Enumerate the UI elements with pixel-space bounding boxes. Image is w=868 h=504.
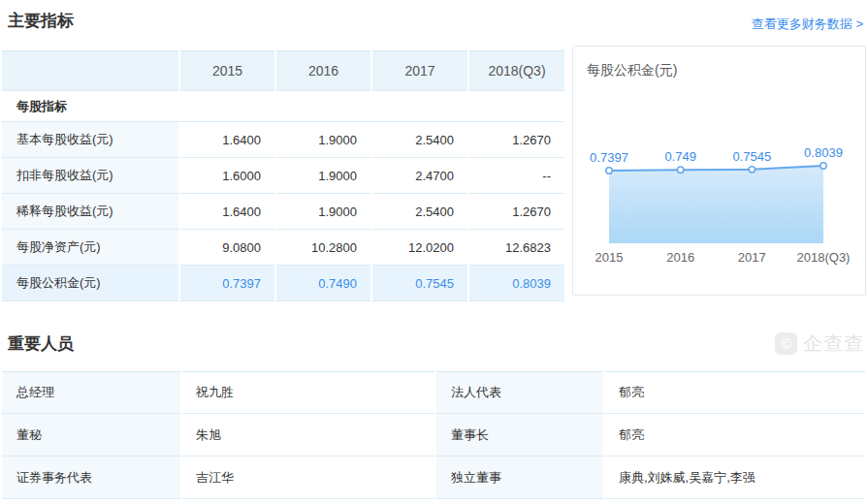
year-header: 2016 bbox=[276, 50, 370, 91]
personnel-table: 总经理祝九胜法人代表郁亮董秘朱旭董事长郁亮证券事务代表吉江华独立董事康典,刘姝威… bbox=[0, 371, 867, 499]
indicator-value-cell[interactable]: 0.7397 bbox=[180, 266, 274, 301]
indicators-table-body: 每股指标基本每股收益(元)1.64001.90002.54001.2670扣非每… bbox=[2, 91, 564, 301]
indicator-value-cell[interactable]: 1.2670 bbox=[469, 122, 564, 158]
indicator-value-cell[interactable]: 1.2670 bbox=[469, 194, 564, 230]
premium-reserve-chart: 0.739720150.74920160.754520170.80392018(… bbox=[573, 47, 867, 297]
indicator-value-cell[interactable]: -- bbox=[469, 158, 564, 194]
indicator-value-cell[interactable]: 12.0200 bbox=[372, 230, 467, 266]
indicator-value-cell[interactable]: 10.2800 bbox=[276, 230, 370, 266]
qichacha-watermark-text: 企查查 bbox=[803, 331, 864, 357]
personnel-row: 总经理祝九胜法人代表郁亮 bbox=[2, 371, 865, 414]
indicator-header-spacer bbox=[2, 50, 178, 91]
indicator-value-cell[interactable]: 0.7545 bbox=[372, 266, 467, 301]
personnel-value-cell: 郁亮 bbox=[605, 371, 865, 414]
chart-area-fill bbox=[609, 166, 823, 243]
indicator-value-cell[interactable]: 2.4700 bbox=[372, 158, 467, 194]
qichacha-watermark: © 企查查 bbox=[775, 331, 864, 357]
year-header: 2018(Q3) bbox=[469, 50, 564, 91]
indicator-value-cell[interactable]: 2.5400 bbox=[372, 122, 467, 158]
indicator-value-cell[interactable]: 12.6823 bbox=[469, 230, 564, 266]
personnel-label-cell: 证券事务代表 bbox=[2, 457, 180, 499]
chart-x-axis-label: 2018(Q3) bbox=[797, 250, 851, 265]
personnel-label-cell: 董秘 bbox=[2, 414, 180, 457]
indicator-label-cell[interactable]: 稀释每股收益(元) bbox=[2, 194, 178, 230]
personnel-value-cell: 朱旭 bbox=[182, 414, 434, 457]
indicator-value-cell[interactable]: 1.6400 bbox=[180, 194, 274, 230]
qichacha-logo-icon: © bbox=[775, 332, 797, 355]
year-header-row: 2015201620172018(Q3) bbox=[2, 50, 564, 91]
indicator-value-cell[interactable]: 2.5400 bbox=[372, 194, 467, 230]
personnel-value-cell: 康典,刘姝威,吴嘉宁,李强 bbox=[605, 457, 865, 499]
indicator-row[interactable]: 每股公积金(元)0.73970.74900.75450.8039 bbox=[2, 266, 564, 301]
year-header: 2017 bbox=[372, 50, 467, 91]
indicator-row[interactable]: 每股净资产(元)9.080010.280012.020012.6823 bbox=[2, 230, 564, 266]
chart-point-marker bbox=[606, 168, 612, 173]
indicator-row[interactable]: 扣非每股收益(元)1.60001.90002.4700-- bbox=[2, 158, 564, 194]
indicator-value-cell[interactable]: 0.7490 bbox=[276, 266, 370, 301]
indicator-value-cell[interactable]: 9.0800 bbox=[180, 230, 274, 266]
personnel-value-cell: 吉江华 bbox=[182, 457, 434, 499]
personnel-row: 证券事务代表吉江华独立董事康典,刘姝威,吴嘉宁,李强 bbox=[2, 457, 865, 499]
more-financial-data-link[interactable]: 查看更多财务数据 > bbox=[752, 16, 863, 33]
personnel-label-cell: 独立董事 bbox=[436, 457, 603, 499]
section-title-main-indicators: 主要指标 bbox=[8, 11, 74, 32]
personnel-label-cell: 总经理 bbox=[2, 371, 180, 414]
indicators-table: 2015201620172018(Q3) 每股指标基本每股收益(元)1.6400… bbox=[0, 50, 566, 301]
group-header-label: 每股指标 bbox=[2, 91, 564, 122]
premium-reserve-chart-panel: 每股公积金(元) 0.739720150.74920160.754520170.… bbox=[572, 46, 866, 296]
personnel-label-cell: 法人代表 bbox=[436, 371, 603, 414]
indicators-table-header: 2015201620172018(Q3) bbox=[2, 50, 564, 91]
chart-point-marker bbox=[677, 167, 683, 173]
chart-point-marker bbox=[820, 163, 826, 169]
indicator-label-cell[interactable]: 扣非每股收益(元) bbox=[2, 158, 178, 194]
chart-point-marker bbox=[749, 167, 755, 173]
group-header-row: 每股指标 bbox=[2, 91, 564, 122]
indicator-value-cell[interactable]: 1.9000 bbox=[276, 122, 370, 158]
chart-x-axis-label: 2016 bbox=[666, 250, 694, 265]
chart-point-label: 0.749 bbox=[664, 149, 696, 164]
chart-point-label: 0.8039 bbox=[804, 145, 843, 160]
section-title-key-personnel: 重要人员 bbox=[8, 333, 74, 355]
indicator-value-cell[interactable]: 0.8039 bbox=[469, 266, 564, 301]
indicator-value-cell[interactable]: 1.9000 bbox=[276, 158, 370, 194]
personnel-label-cell: 董事长 bbox=[436, 414, 603, 457]
indicator-label-cell[interactable]: 每股净资产(元) bbox=[2, 230, 178, 266]
chart-x-axis-label: 2017 bbox=[738, 250, 766, 265]
year-header: 2015 bbox=[180, 50, 274, 91]
indicator-row[interactable]: 稀释每股收益(元)1.64001.90002.54001.2670 bbox=[2, 194, 564, 230]
chart-x-axis-label: 2015 bbox=[595, 250, 624, 265]
chart-point-label: 0.7545 bbox=[732, 149, 771, 164]
chart-point-label: 0.7397 bbox=[590, 150, 628, 165]
indicator-value-cell[interactable]: 1.6400 bbox=[180, 122, 274, 158]
indicator-value-cell[interactable]: 1.9000 bbox=[276, 194, 370, 230]
personnel-row: 董秘朱旭董事长郁亮 bbox=[2, 414, 865, 457]
indicator-label-cell[interactable]: 基本每股收益(元) bbox=[2, 122, 178, 158]
personnel-value-cell: 祝九胜 bbox=[182, 371, 434, 414]
indicator-label-cell[interactable]: 每股公积金(元) bbox=[2, 266, 178, 301]
indicator-value-cell[interactable]: 1.6000 bbox=[180, 158, 274, 194]
personnel-value-cell: 郁亮 bbox=[605, 414, 865, 457]
indicator-row[interactable]: 基本每股收益(元)1.64001.90002.54001.2670 bbox=[2, 122, 564, 158]
personnel-table-body: 总经理祝九胜法人代表郁亮董秘朱旭董事长郁亮证券事务代表吉江华独立董事康典,刘姝威… bbox=[2, 371, 865, 499]
